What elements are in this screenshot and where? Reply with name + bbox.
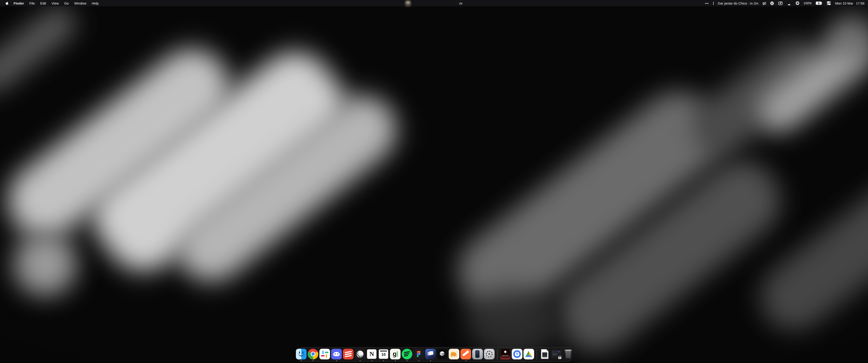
display-mirroring-menubar-icon[interactable] — [787, 1, 792, 5]
menu-bar-status: ••• Dar jantar do Chico · in 2m g 100% — [705, 0, 868, 6]
control-center-icon[interactable] — [827, 1, 831, 5]
dock-item-figma[interactable] — [413, 349, 424, 359]
gear-icon — [486, 351, 493, 358]
dock-item-spline[interactable] — [437, 349, 447, 359]
dock-item-raycast[interactable]: raycast — [500, 349, 510, 359]
dock-item-document[interactable] — [539, 349, 550, 359]
iphone-mirroring-icon — [472, 349, 483, 359]
gear-menubar-icon[interactable] — [770, 1, 774, 5]
spotify-wave — [404, 355, 408, 356]
elephant-leg — [451, 356, 452, 357]
dock-item-notion[interactable]: N — [366, 349, 377, 359]
menu-finder[interactable]: Finder — [11, 0, 27, 6]
menu-window[interactable]: Window — [71, 0, 89, 6]
chrome-icon — [308, 349, 318, 359]
stack-thumbnail-detail — [557, 351, 560, 352]
granola-menubar-icon[interactable]: g — [763, 1, 766, 5]
elephant-leg — [454, 356, 455, 357]
dock: N 10 g — [298, 347, 572, 362]
slack-pill — [325, 352, 329, 353]
dock-item-linear[interactable] — [355, 349, 365, 359]
postman-icon — [460, 349, 471, 359]
eq-bar — [459, 3, 460, 4]
menu-file[interactable]: File — [27, 0, 37, 6]
screen-front-rect — [429, 351, 434, 355]
1password-icon — [512, 349, 522, 359]
figma-shape — [417, 355, 418, 357]
battery-percent[interactable]: 100% — [804, 1, 812, 5]
discord-icon — [331, 349, 342, 359]
granola-cursor — [397, 351, 398, 357]
figma-icon — [413, 349, 424, 359]
dock-item-downloads-stack[interactable]: 11 — [551, 349, 562, 359]
menu-bar-left: Finder File Edit View Go Window Help — [0, 0, 101, 6]
desktop: Finder File Edit View Go Window Help •••… — [0, 0, 868, 363]
finder-icon — [296, 349, 307, 359]
dock-item-todoist[interactable] — [343, 349, 353, 359]
apple-menu[interactable] — [3, 1, 11, 5]
document-thumbnail — [542, 352, 547, 357]
finder-smile — [298, 353, 304, 356]
notion-letter: N — [366, 349, 377, 359]
dock-separator — [497, 349, 498, 360]
drive-triangle — [525, 351, 532, 357]
menubar-clock[interactable]: Mon 10 Mar 17:58 — [835, 1, 864, 5]
dock-item-trash[interactable] — [563, 349, 574, 359]
overflow-menu-icon[interactable]: ••• — [705, 2, 709, 5]
granola-letter: g — [763, 1, 765, 5]
screen-studio-menubar-icon[interactable] — [778, 2, 782, 5]
dock-item-notion-calendar[interactable]: 10 — [378, 349, 389, 359]
dock-item-postman[interactable] — [460, 349, 471, 359]
now-playing-artwork[interactable] — [405, 0, 411, 7]
dock-item-finder[interactable] — [296, 349, 307, 359]
control-center-toggle-top — [827, 1, 831, 3]
spotify-wave — [404, 353, 409, 355]
dock-item-google-drive[interactable] — [524, 349, 534, 359]
1password-keyhole — [516, 353, 518, 355]
granola-letter: g — [393, 350, 397, 358]
slack-icon — [319, 349, 330, 359]
clock-time: 17:58 — [856, 1, 864, 5]
menu-bar: Finder File Edit View Go Window Help •••… — [0, 0, 868, 6]
raycast-diamond — [504, 350, 507, 353]
dock-item-discord[interactable] — [331, 349, 342, 359]
dock-item-system-settings[interactable] — [484, 349, 495, 359]
dock-item-postico[interactable] — [449, 349, 459, 359]
figma-shape — [417, 353, 418, 355]
spotify-wave — [404, 351, 410, 353]
trash-icon — [563, 349, 574, 359]
clock-date: Mon 10 Mar — [835, 1, 853, 5]
dock-item-1password[interactable] — [512, 349, 522, 359]
postman-head — [466, 351, 469, 353]
calendar-date-number: 10 — [378, 350, 389, 359]
menu-edit[interactable]: Edit — [37, 0, 49, 6]
dock-item-granola[interactable]: g — [390, 349, 401, 359]
dock-item-screen-studio[interactable] — [425, 349, 436, 359]
discord-face — [333, 352, 340, 356]
postico-elephant-icon — [449, 349, 459, 359]
notion-icon: N — [366, 349, 377, 359]
audio-eq-icon[interactable] — [459, 2, 462, 4]
figma-shape — [418, 351, 421, 353]
menu-go[interactable]: Go — [61, 0, 71, 6]
dock-item-chrome[interactable] — [308, 349, 318, 359]
calendar-badge-icon: 11 — [558, 356, 561, 359]
dock-item-iphone-mirroring[interactable] — [472, 349, 483, 359]
slack-pill — [322, 351, 324, 354]
menu-view[interactable]: View — [49, 0, 61, 6]
dock-item-spotify[interactable] — [402, 349, 412, 359]
downloads-stack-icon: 11 — [551, 349, 562, 359]
granola-cursor — [765, 2, 766, 5]
dock-item-slack[interactable] — [319, 349, 330, 359]
1password-menubar-icon[interactable] — [796, 1, 799, 5]
calendar-badge-number: 11 — [559, 357, 561, 359]
figma-shape — [417, 351, 418, 353]
spline-icon — [437, 349, 447, 359]
todoist-icon — [343, 349, 353, 359]
battery-charging-icon[interactable] — [816, 2, 823, 5]
todoist-check — [345, 355, 352, 357]
linear-orb — [356, 351, 364, 358]
reminder-status-text[interactable]: Dar jantar do Chico · in 2m — [718, 1, 758, 5]
trash-rim — [564, 350, 572, 351]
menu-help[interactable]: Help — [89, 0, 101, 6]
